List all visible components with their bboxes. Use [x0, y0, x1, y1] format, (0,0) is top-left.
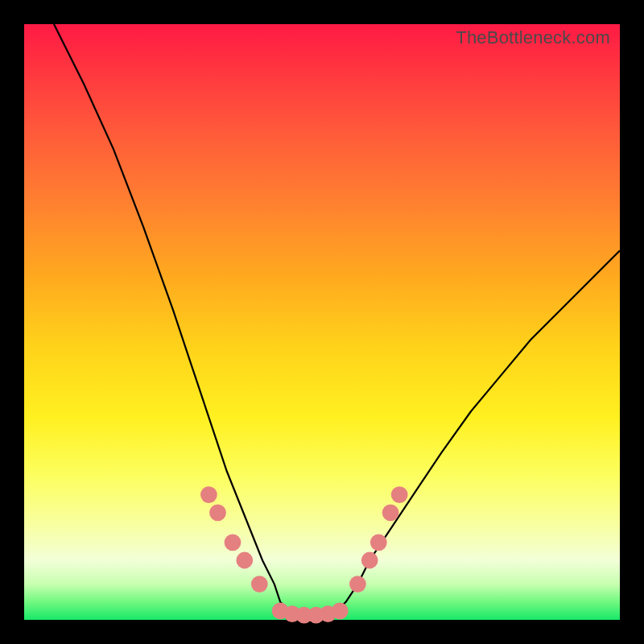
bottleneck-curve	[54, 24, 620, 620]
curve-marker	[349, 576, 366, 592]
chart-frame: TheBottleneck.com	[0, 0, 644, 644]
plot-area: TheBottleneck.com	[24, 24, 620, 620]
curve-marker	[382, 504, 399, 521]
curve-marker	[332, 603, 349, 620]
marker-group	[200, 486, 408, 623]
curve-marker	[225, 534, 242, 551]
curve-marker	[236, 552, 253, 569]
curve-marker	[361, 552, 378, 569]
curve-marker	[251, 576, 268, 592]
curve-marker	[391, 486, 408, 503]
curve-marker	[200, 486, 217, 503]
curve-marker	[370, 534, 387, 551]
curve-marker	[209, 504, 226, 521]
chart-svg	[24, 24, 620, 620]
